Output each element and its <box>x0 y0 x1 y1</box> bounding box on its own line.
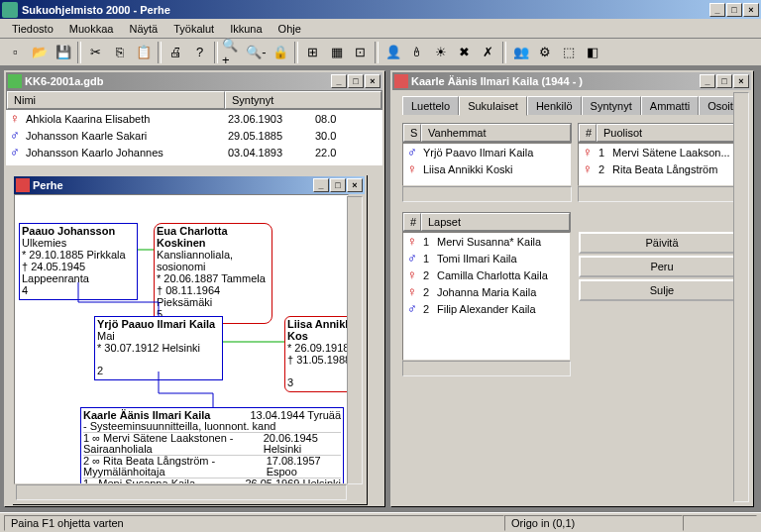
tree-icon[interactable]: ⊞ <box>301 42 324 63</box>
app-icon <box>2 2 18 18</box>
close-detail-button[interactable]: Sulje <box>579 279 745 301</box>
female-icon: ♀ <box>407 267 423 282</box>
extra-icon[interactable]: ◧ <box>581 42 603 63</box>
paste-icon[interactable]: 📋 <box>132 42 155 63</box>
tool-icon[interactable]: ⬚ <box>557 42 580 63</box>
col-born[interactable]: Syntynyt <box>225 91 381 109</box>
tab-luettelo[interactable]: Luettelo <box>402 96 459 115</box>
detail-vscroll[interactable] <box>733 92 749 502</box>
col-n[interactable]: # <box>579 124 597 142</box>
zoom-in-icon[interactable]: 🔍+ <box>221 42 244 63</box>
cancel-button[interactable]: Peru <box>579 256 745 277</box>
open-icon[interactable]: 📂 <box>28 42 51 63</box>
gear-icon[interactable]: ⚙ <box>533 42 556 63</box>
db-list-header: Nimi Syntynyt <box>6 90 382 110</box>
female-icon: ♀ <box>583 145 598 160</box>
person-icon[interactable]: 👤 <box>381 42 404 63</box>
col-name[interactable]: Nimi <box>7 91 225 109</box>
db-icon <box>8 74 22 88</box>
spouses-hscroll[interactable] <box>578 186 747 202</box>
tree-person-box[interactable]: Eua Charlotta KoskinenKansliannoliala, s… <box>154 223 272 324</box>
detail-titlebar[interactable]: Kaarle Äänis Ilmari Kaila (1944 - ) _ □ … <box>392 72 751 90</box>
detail-min-button[interactable]: _ <box>700 74 715 88</box>
tree-person-box[interactable]: Yrjö Paauo Ilmari KailaMai* 30.07.1912 H… <box>94 316 223 380</box>
save-icon[interactable]: 💾 <box>52 42 74 63</box>
db-list[interactable]: ♀Ahkiola Kaarina Elisabeth23.06.190308.0… <box>6 110 382 165</box>
perhe-titlebar[interactable]: Perhe _ □ × <box>14 176 365 194</box>
tree-person-box[interactable]: Kaarle Äänis Ilmari Kaila13.04.1944 Tyru… <box>80 407 344 484</box>
close-button[interactable]: × <box>743 3 759 17</box>
db-close-button[interactable]: × <box>365 74 380 88</box>
perhe-close-button[interactable]: × <box>347 178 363 192</box>
female-icon: ♀ <box>407 161 423 176</box>
female-icon: ♀ <box>407 284 423 299</box>
male-icon: ♂ <box>407 251 423 266</box>
sun-icon[interactable]: ☀ <box>429 42 452 63</box>
list-item: ♀Ahkiola Kaarina Elisabeth23.06.190308.0 <box>6 110 382 127</box>
minimize-button[interactable]: _ <box>709 3 725 17</box>
children-hscroll[interactable] <box>402 361 571 376</box>
col-n[interactable]: # <box>403 213 421 231</box>
db-max-button[interactable]: □ <box>348 74 364 88</box>
cut-icon[interactable]: ✂ <box>84 42 107 63</box>
col-puolisot[interactable]: Puolisot <box>597 124 746 142</box>
perhe-max-button[interactable]: □ <box>330 178 346 192</box>
detail-window: Kaarle Äänis Ilmari Kaila (1944 - ) _ □ … <box>390 70 753 506</box>
children-list[interactable]: ♀1Mervi Susanna* Kaila ♂1Tomi Ilmari Kai… <box>402 232 571 361</box>
people-icon[interactable]: 👥 <box>509 42 532 63</box>
menu-file[interactable]: Tiedosto <box>4 21 61 37</box>
parents-hscroll[interactable] <box>402 186 572 202</box>
main-titlebar: Sukuohjelmisto 2000 - Perhe _ □ × <box>0 0 761 19</box>
status-empty <box>683 515 757 531</box>
col-lapset[interactable]: Lapset <box>421 213 570 231</box>
update-button[interactable]: Päivitä <box>579 232 745 254</box>
db-min-button[interactable]: _ <box>331 74 347 88</box>
menu-edit[interactable]: Muokkaa <box>61 21 122 37</box>
tree-person-box[interactable]: Liisa Annikki Kos* 26.09.1918 H† 31.05.1… <box>284 316 349 392</box>
menu-window[interactable]: Ikkuna <box>222 21 270 37</box>
menu-help[interactable]: Ohje <box>271 21 309 37</box>
cross-icon[interactable]: ✖ <box>453 42 476 63</box>
detail-max-button[interactable]: □ <box>716 74 732 88</box>
new-icon[interactable]: ▫ <box>4 42 27 63</box>
chart-icon[interactable]: ⊡ <box>349 42 372 63</box>
perhe-min-button[interactable]: _ <box>313 178 329 192</box>
family-icon <box>16 178 30 192</box>
status-origo: Origo in (0,1) <box>504 515 683 531</box>
menu-view[interactable]: Näytä <box>121 21 165 37</box>
tree-canvas[interactable]: Paauo JohanssonUlkemies* 29.10.1885 Pirk… <box>14 194 349 484</box>
grid-icon[interactable]: ▦ <box>325 42 348 63</box>
perhe-vscroll[interactable] <box>347 196 363 484</box>
perhe-hscroll[interactable] <box>16 484 347 500</box>
spouses-list[interactable]: ♀1Mervi Sätene Laakson... ♀2Rita Beata L… <box>578 143 747 186</box>
male-icon: ♂ <box>407 301 423 316</box>
lock-icon[interactable]: 🔒 <box>269 42 291 63</box>
candle-icon[interactable]: 🕯 <box>405 42 428 63</box>
tab-sukulaiset[interactable]: Sukulaiset <box>459 96 527 116</box>
menu-tools[interactable]: Työkalut <box>165 21 222 37</box>
menubar: Tiedosto Muokkaa Näytä Työkalut Ikkuna O… <box>0 19 761 39</box>
app-title: Sukuohjelmisto 2000 - Perhe <box>22 4 170 16</box>
status-hint: Paina F1 ohjetta varten <box>4 515 504 531</box>
detail-close-button[interactable]: × <box>733 74 749 88</box>
tab-ammatti[interactable]: Ammatti <box>641 96 699 115</box>
male-icon: ♂ <box>10 128 26 143</box>
list-item: ♂Johansson Kaarlo Johannes03.04.189322.0 <box>6 144 382 160</box>
tree-person-box[interactable]: Paauo JohanssonUlkemies* 29.10.1885 Pirk… <box>19 223 138 300</box>
tab-henkilo[interactable]: Henkilö <box>527 96 582 115</box>
tab-syntynyt[interactable]: Syntynyt <box>582 96 641 115</box>
statusbar: Paina F1 ohjetta varten Origo in (0,1) <box>0 512 761 532</box>
col-vanhemmat[interactable]: Vanhemmat <box>421 124 571 142</box>
print-icon[interactable]: 🖨 <box>164 42 187 63</box>
x-icon[interactable]: ✗ <box>477 42 499 63</box>
zoom-out-icon[interactable]: 🔍- <box>245 42 268 63</box>
col-s[interactable]: S <box>403 124 421 142</box>
maximize-button[interactable]: □ <box>726 3 742 17</box>
help-icon[interactable]: ? <box>188 42 211 63</box>
db-window-titlebar[interactable]: KK6-2001a.gdb _ □ × <box>6 72 382 90</box>
mdi-workspace: KK6-2001a.gdb _ □ × Nimi Syntynyt ♀Ahkio… <box>0 66 761 512</box>
parents-list[interactable]: ♂Yrjö Paavo Ilmari Kaila ♀Liisa Annikki … <box>402 143 572 186</box>
db-window-title: KK6-2001a.gdb <box>25 75 103 87</box>
list-item: ♂Johansson Kaarle Sakari29.05.188530.0 <box>6 127 382 144</box>
copy-icon[interactable]: ⎘ <box>108 42 131 63</box>
